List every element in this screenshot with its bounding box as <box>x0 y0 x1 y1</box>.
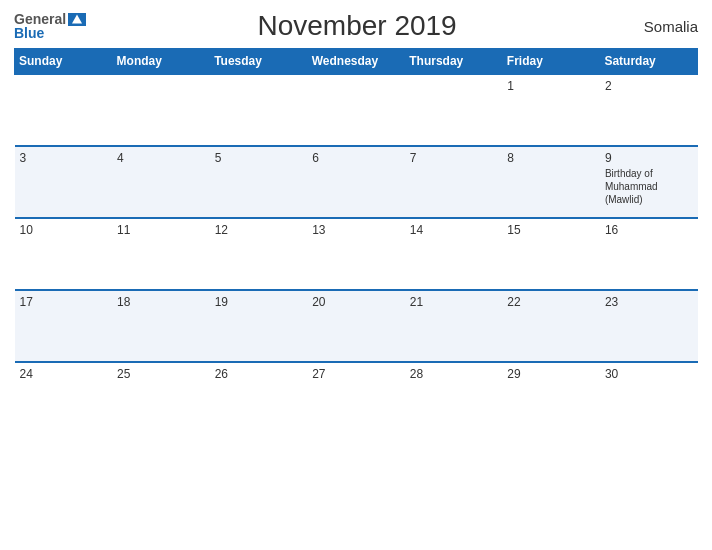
day-number: 8 <box>507 151 595 165</box>
table-row: 7 <box>405 146 503 218</box>
table-row <box>112 74 210 146</box>
table-row: 18 <box>112 290 210 362</box>
table-row: 14 <box>405 218 503 290</box>
table-row: 24 <box>15 362 113 434</box>
calendar-table: Sunday Monday Tuesday Wednesday Thursday… <box>14 48 698 434</box>
day-number: 12 <box>215 223 303 237</box>
table-row: 29 <box>502 362 600 434</box>
table-row <box>405 74 503 146</box>
day-number: 14 <box>410 223 498 237</box>
day-number: 28 <box>410 367 498 381</box>
calendar-week-row: 12 <box>15 74 698 146</box>
day-number: 30 <box>605 367 693 381</box>
table-row: 25 <box>112 362 210 434</box>
day-number: 5 <box>215 151 303 165</box>
calendar-week-row: 10111213141516 <box>15 218 698 290</box>
table-row <box>307 74 405 146</box>
day-number: 25 <box>117 367 205 381</box>
day-number: 22 <box>507 295 595 309</box>
header-monday: Monday <box>112 49 210 75</box>
day-number: 1 <box>507 79 595 93</box>
table-row: 21 <box>405 290 503 362</box>
header-thursday: Thursday <box>405 49 503 75</box>
calendar-week-row: 17181920212223 <box>15 290 698 362</box>
table-row: 11 <box>112 218 210 290</box>
table-row: 20 <box>307 290 405 362</box>
table-row: 4 <box>112 146 210 218</box>
day-number: 16 <box>605 223 693 237</box>
day-number: 29 <box>507 367 595 381</box>
day-number: 4 <box>117 151 205 165</box>
day-number: 7 <box>410 151 498 165</box>
table-row: 22 <box>502 290 600 362</box>
table-row <box>15 74 113 146</box>
table-row: 12 <box>210 218 308 290</box>
table-row: 2 <box>600 74 698 146</box>
table-row: 9Birthday of Muhammad (Mawlid) <box>600 146 698 218</box>
table-row: 26 <box>210 362 308 434</box>
table-row: 28 <box>405 362 503 434</box>
table-row: 10 <box>15 218 113 290</box>
header-saturday: Saturday <box>600 49 698 75</box>
table-row: 23 <box>600 290 698 362</box>
day-number: 6 <box>312 151 400 165</box>
country-label: Somalia <box>628 18 698 35</box>
table-row: 16 <box>600 218 698 290</box>
day-number: 15 <box>507 223 595 237</box>
day-number: 18 <box>117 295 205 309</box>
day-number: 24 <box>20 367 108 381</box>
day-number: 20 <box>312 295 400 309</box>
table-row: 3 <box>15 146 113 218</box>
day-number: 10 <box>20 223 108 237</box>
day-number: 23 <box>605 295 693 309</box>
table-row <box>210 74 308 146</box>
logo-blue-text: Blue <box>14 26 86 40</box>
day-number: 27 <box>312 367 400 381</box>
day-number: 17 <box>20 295 108 309</box>
header-tuesday: Tuesday <box>210 49 308 75</box>
day-number: 9 <box>605 151 693 165</box>
table-row: 5 <box>210 146 308 218</box>
holiday-label: Birthday of Muhammad (Mawlid) <box>605 167 693 206</box>
table-row: 8 <box>502 146 600 218</box>
logo: General Blue <box>14 12 86 40</box>
day-number: 11 <box>117 223 205 237</box>
header: General Blue November 2019 Somalia <box>14 10 698 42</box>
calendar-week-row: 24252627282930 <box>15 362 698 434</box>
day-number: 19 <box>215 295 303 309</box>
page: General Blue November 2019 Somalia Sunda… <box>0 0 712 550</box>
table-row: 27 <box>307 362 405 434</box>
month-title: November 2019 <box>86 10 628 42</box>
calendar-header-row: Sunday Monday Tuesday Wednesday Thursday… <box>15 49 698 75</box>
table-row: 19 <box>210 290 308 362</box>
table-row: 17 <box>15 290 113 362</box>
calendar-week-row: 3456789Birthday of Muhammad (Mawlid) <box>15 146 698 218</box>
day-number: 21 <box>410 295 498 309</box>
table-row: 1 <box>502 74 600 146</box>
day-number: 2 <box>605 79 693 93</box>
table-row: 30 <box>600 362 698 434</box>
table-row: 13 <box>307 218 405 290</box>
logo-general-text: General <box>14 12 66 26</box>
table-row: 6 <box>307 146 405 218</box>
table-row: 15 <box>502 218 600 290</box>
day-number: 3 <box>20 151 108 165</box>
logo-flag-icon <box>68 13 86 26</box>
day-number: 26 <box>215 367 303 381</box>
header-sunday: Sunday <box>15 49 113 75</box>
header-wednesday: Wednesday <box>307 49 405 75</box>
header-friday: Friday <box>502 49 600 75</box>
day-number: 13 <box>312 223 400 237</box>
